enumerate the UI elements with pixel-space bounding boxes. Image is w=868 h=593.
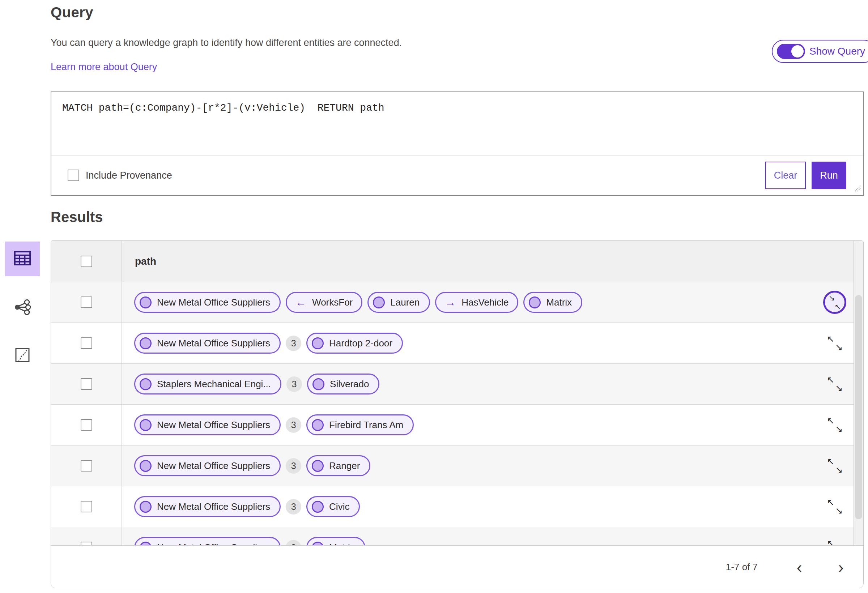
node-label: New Metal Office Suppliers — [157, 338, 270, 349]
relationship-pill[interactable]: →HasVehicle — [435, 292, 518, 313]
select-all-checkbox[interactable] — [81, 256, 92, 267]
results-view-switcher — [5, 242, 40, 373]
node-pill[interactable]: Hardtop 2-door — [306, 333, 403, 354]
pagination-prev-button[interactable]: ‹ — [792, 559, 806, 575]
node-pill[interactable]: Firebird Trans Am — [306, 415, 414, 435]
pagination-bar: 1-7 of 7 ‹ › — [51, 545, 863, 588]
row-checkbox[interactable] — [81, 337, 92, 349]
node-icon — [140, 501, 152, 513]
node-pill[interactable]: New Metal Office Suppliers — [134, 537, 280, 545]
toggle-switch-icon[interactable] — [777, 44, 805, 59]
query-input[interactable]: MATCH path=(c:Company)-[r*2]-(v:Vehicle)… — [52, 92, 863, 156]
page-title: Query — [51, 4, 93, 21]
expand-row-button[interactable]: ↖↘ — [826, 498, 843, 515]
node-pill[interactable]: Lauren — [368, 292, 430, 313]
node-label: Silverado — [330, 379, 369, 390]
collapse-arrow-icon: ↘ — [828, 294, 835, 302]
expand-row-button[interactable]: ↖↘ — [826, 539, 843, 545]
node-label: New Metal Office Suppliers — [157, 542, 270, 546]
show-query-toggle[interactable]: Show Query — [772, 40, 868, 63]
node-pill[interactable]: New Metal Office Suppliers — [134, 292, 280, 313]
table-viewport: path New Metal Office Suppliers←WorksFor… — [51, 241, 863, 545]
table-view-button[interactable] — [5, 242, 40, 276]
node-icon — [529, 296, 541, 308]
relationship-pill[interactable]: ←WorksFor — [286, 292, 362, 313]
path-cell: New Metal Office Suppliers←WorksForLaure… — [122, 282, 816, 323]
include-provenance-checkbox[interactable] — [68, 170, 79, 181]
relationship-count-badge: 3 — [286, 540, 301, 546]
node-label: New Metal Office Suppliers — [157, 501, 270, 512]
run-button[interactable]: Run — [812, 162, 846, 189]
relationship-count-badge: 3 — [286, 458, 301, 474]
node-icon — [313, 378, 325, 390]
node-pill[interactable]: Civic — [306, 496, 360, 517]
row-checkbox[interactable] — [81, 296, 92, 308]
expand-arrow-icon: ↖ — [827, 334, 834, 344]
collapse-arrow-icon: ↖ — [834, 302, 841, 311]
row-checkbox[interactable] — [81, 542, 92, 545]
map-view-icon — [14, 347, 31, 365]
table-scrollbar[interactable] — [853, 241, 863, 545]
show-query-label: Show Query — [809, 46, 865, 57]
node-pill[interactable]: New Metal Office Suppliers — [134, 415, 280, 435]
node-pill[interactable]: New Metal Office Suppliers — [134, 333, 280, 354]
node-icon — [140, 337, 152, 349]
scrollbar-thumb[interactable] — [855, 295, 862, 519]
relationship-count-badge: 3 — [286, 499, 301, 515]
textarea-resize-handle[interactable] — [853, 184, 862, 194]
table-row: New Metal Office Suppliers3Matrix↖↘ — [51, 527, 853, 545]
relationship-label: WorksFor — [312, 297, 353, 308]
node-label: Lauren — [390, 297, 419, 308]
expand-arrow-icon: ↘ — [835, 383, 843, 394]
node-pill[interactable]: Matrix — [523, 292, 582, 313]
node-icon — [140, 460, 152, 472]
expand-row-button[interactable]: ↖↘ — [826, 375, 843, 393]
expand-arrow-icon: ↖ — [827, 456, 834, 467]
row-checkbox[interactable] — [81, 419, 92, 431]
results-rows: New Metal Office Suppliers←WorksForLaure… — [51, 282, 853, 545]
node-label: Ranger — [329, 460, 360, 472]
node-icon — [312, 460, 324, 472]
path-cell: New Metal Office Suppliers3Hardtop 2-doo… — [122, 323, 816, 363]
expand-row-button[interactable]: ↖↘ — [826, 416, 843, 434]
expand-row-button[interactable]: ↖↘ — [826, 335, 843, 352]
query-actions: Clear Run — [765, 162, 846, 189]
expand-arrow-icon: ↘ — [835, 465, 843, 475]
include-provenance-option[interactable]: Include Provenance — [68, 170, 172, 181]
table-view-icon — [13, 249, 32, 269]
expand-arrow-icon: ↖ — [827, 375, 834, 385]
node-pill[interactable]: Matrix — [306, 537, 365, 545]
graph-view-button[interactable] — [5, 290, 40, 325]
expand-arrow-icon: ↘ — [835, 506, 843, 516]
node-label: New Metal Office Suppliers — [157, 297, 270, 308]
row-checkbox[interactable] — [81, 460, 92, 472]
node-label: New Metal Office Suppliers — [157, 419, 270, 431]
node-pill[interactable]: New Metal Office Suppliers — [134, 496, 280, 517]
row-checkbox[interactable] — [81, 378, 92, 390]
node-label: Hardtop 2-door — [329, 338, 393, 349]
node-pill[interactable]: Ranger — [306, 455, 371, 476]
clear-button[interactable]: Clear — [765, 162, 806, 189]
node-icon — [312, 337, 324, 349]
collapse-row-button[interactable]: ↘↖ — [823, 291, 846, 314]
node-icon — [312, 419, 324, 431]
learn-more-link[interactable]: Learn more about Query — [51, 62, 157, 73]
node-label: Staplers Mechanical Engi... — [157, 379, 271, 390]
query-footer: Include Provenance Clear Run — [52, 156, 863, 195]
graph-view-icon — [13, 298, 31, 317]
table-row: New Metal Office Suppliers3Hardtop 2-doo… — [51, 323, 853, 364]
expand-row-button[interactable]: ↖↘ — [826, 457, 843, 474]
node-pill[interactable]: Staplers Mechanical Engi... — [134, 373, 281, 394]
node-pill[interactable]: Silverado — [307, 373, 379, 394]
pagination-next-button[interactable]: › — [834, 559, 848, 575]
path-cell: New Metal Office Suppliers3Civic — [122, 486, 816, 527]
row-checkbox[interactable] — [81, 501, 92, 512]
node-label: Firebird Trans Am — [329, 419, 403, 431]
table-row: New Metal Office Suppliers3Ranger↖↘ — [51, 445, 853, 486]
table-row: New Metal Office Suppliers3Civic↖↘ — [51, 486, 853, 527]
map-view-button[interactable] — [5, 338, 40, 373]
toggle-knob — [791, 45, 804, 58]
node-pill[interactable]: New Metal Office Suppliers — [134, 455, 280, 476]
arrow-left-icon: ← — [295, 297, 306, 308]
table-row: New Metal Office Suppliers←WorksForLaure… — [51, 282, 853, 323]
